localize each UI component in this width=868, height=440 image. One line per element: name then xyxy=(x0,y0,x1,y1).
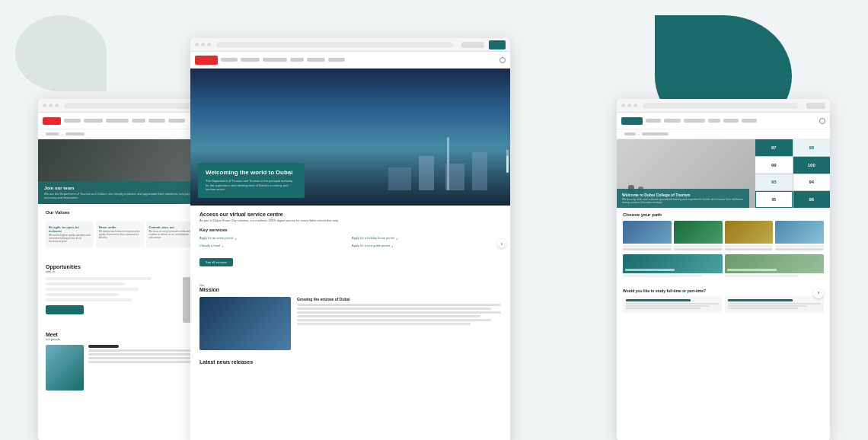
path-card-2[interactable] xyxy=(674,221,723,250)
path-card-img-4 xyxy=(775,221,824,244)
path-card-2-2[interactable] xyxy=(725,254,825,277)
num-tile-98: 98 xyxy=(793,139,831,156)
nav-contact-right[interactable] xyxy=(742,119,757,123)
latest-news-title: Latest news releases xyxy=(199,359,501,365)
nav-careers-center[interactable] xyxy=(290,58,304,62)
windows-container: › Join our team We are the Department of… xyxy=(38,38,830,425)
key-services-title: Key services xyxy=(199,228,501,232)
chrome-dot-2 xyxy=(49,104,53,107)
bc-training-right[interactable] xyxy=(642,132,669,136)
nav-about-left[interactable] xyxy=(64,119,81,123)
opps-list xyxy=(46,277,178,323)
lang-switcher-right[interactable] xyxy=(806,103,825,109)
latest-news-section: Latest news releases xyxy=(190,355,510,372)
nav-careers-right[interactable] xyxy=(708,119,720,123)
path-right-arrow[interactable]: › xyxy=(813,288,824,298)
person-name xyxy=(88,345,119,348)
opps-item-3 xyxy=(46,288,139,291)
values-title: Our Values xyxy=(46,210,69,215)
nav-training-left[interactable] xyxy=(106,119,129,123)
study-option-parttime[interactable] xyxy=(725,296,824,313)
nav-training-right[interactable] xyxy=(684,119,705,123)
study-parttime-line-2 xyxy=(728,305,807,307)
services-grid: Apply for an event permit Apply for a ho… xyxy=(199,236,501,248)
nav-links-right xyxy=(646,119,816,123)
logo-right xyxy=(621,117,643,125)
nav-careers-left[interactable] xyxy=(132,119,145,123)
service-link-4[interactable]: Apply for a tour guide permit xyxy=(352,244,501,248)
mission-image xyxy=(199,297,291,350)
nav-services-right[interactable] xyxy=(664,119,681,123)
mission-line-4 xyxy=(297,315,480,317)
right-window: › 97 98 99 100 93 94 95 96 xyxy=(617,99,830,440)
path-card2-img-1 xyxy=(623,254,723,273)
dtcm-badge xyxy=(489,40,506,49)
bc-home-right[interactable] xyxy=(624,132,636,136)
service-link-1[interactable]: Apply for an event permit xyxy=(199,236,349,241)
access-title: Access our virtual service centre xyxy=(199,212,501,217)
nav-newsroom-center[interactable] xyxy=(307,58,325,62)
study-grid xyxy=(623,296,824,313)
cc-dot-2 xyxy=(201,43,205,46)
center-window: Welcoming the world to Dubai The Departm… xyxy=(190,38,510,440)
nav-contact-left[interactable] xyxy=(168,119,185,123)
cc-dot-3 xyxy=(207,43,211,46)
hero-center: Welcoming the world to Dubai The Departm… xyxy=(190,69,510,206)
search-icon-center[interactable] xyxy=(499,57,506,63)
scroll-indicator-center[interactable] xyxy=(506,150,509,173)
path-card-3[interactable] xyxy=(725,221,774,250)
num-tile-97: 97 xyxy=(755,139,793,156)
path-card-subtext-3 xyxy=(725,248,774,250)
lang-switcher-center[interactable] xyxy=(461,42,484,48)
address-bar-right[interactable] xyxy=(643,103,798,109)
study-option-fulltime[interactable] xyxy=(623,296,722,313)
nav-about-center[interactable] xyxy=(221,58,238,62)
nav-newsroom-left[interactable] xyxy=(148,119,165,123)
building-3 xyxy=(472,152,487,190)
mission-section: Our Mission Growing the emirate of Dubai xyxy=(190,279,510,355)
study-fulltime-line-2 xyxy=(626,305,710,307)
nav-training-center[interactable] xyxy=(263,58,287,62)
right-arrow-center[interactable]: › xyxy=(497,239,506,248)
value-card-2: Never settle We always look forward to i… xyxy=(96,222,144,247)
breadcrumb-right: › xyxy=(617,129,830,139)
cc-dot-1 xyxy=(195,43,199,46)
value-title-2: Never settle xyxy=(99,225,141,229)
path-card2-text-1 xyxy=(623,275,702,277)
nav-services-center[interactable] xyxy=(241,58,260,62)
access-text: As part of Dubai Smart City initiative, … xyxy=(199,218,501,223)
path-card2-text-2 xyxy=(725,275,799,277)
num-tile-94: 94 xyxy=(793,174,831,191)
person-avatar xyxy=(46,345,84,391)
hero-text-center: Welcoming the world to Dubai The Departm… xyxy=(198,163,305,198)
browser-chrome-right xyxy=(617,99,830,113)
study-parttime-title xyxy=(728,299,793,301)
cr-dot-2 xyxy=(627,104,631,107)
search-icon-right[interactable] xyxy=(819,118,825,124)
service-link-2[interactable]: Apply for a holiday home permit xyxy=(352,236,501,241)
address-bar-center[interactable] xyxy=(216,42,453,48)
path-card-2-1[interactable] xyxy=(623,254,723,277)
value-text-2: We always look forward to improving the … xyxy=(99,231,141,240)
bc-home-left[interactable] xyxy=(46,132,59,136)
nav-services-left[interactable] xyxy=(84,119,103,123)
nav-bar-right xyxy=(617,113,830,129)
path-card-4[interactable] xyxy=(775,221,824,250)
nav-about-right[interactable] xyxy=(646,119,661,123)
hero-text-center-body: The Department of Tourism and Tourism is… xyxy=(206,179,297,192)
study-section: Would you like to study full-time or par… xyxy=(617,285,830,316)
nav-links-center xyxy=(221,58,496,62)
card2-label-1 xyxy=(625,269,675,271)
nav-contact-center[interactable] xyxy=(328,58,345,62)
bc-careers-left[interactable] xyxy=(65,132,85,136)
see-all-btn[interactable]: See all services xyxy=(199,258,233,266)
mission-title: Mission xyxy=(199,287,501,292)
mission-content: Growing the emirate of Dubai xyxy=(199,297,501,350)
num-tile-93: 93 xyxy=(755,174,793,191)
path-card-1[interactable] xyxy=(623,221,672,250)
service-link-3[interactable]: Classify a hotel xyxy=(199,244,349,248)
number-tiles-grid: 97 98 99 100 93 94 95 96 xyxy=(755,139,830,208)
path-grid-row1 xyxy=(623,221,824,250)
open-positions-btn[interactable] xyxy=(46,305,84,314)
nav-newsroom-right[interactable] xyxy=(723,119,739,123)
